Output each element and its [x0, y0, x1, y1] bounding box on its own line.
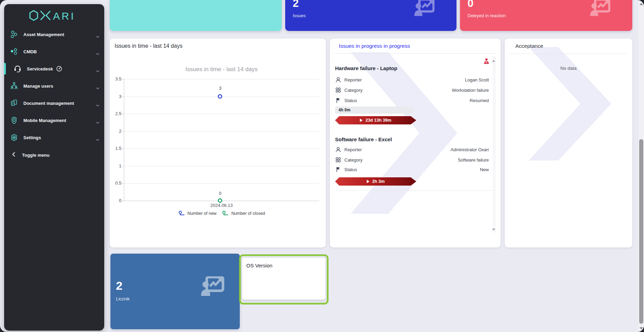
y-tick-label: 3.5 [110, 76, 121, 81]
field-value: Resumed [470, 98, 489, 103]
legend-marker-new [178, 211, 185, 216]
data-point-label-new: 3 [216, 86, 224, 91]
active-indicator [4, 63, 6, 75]
data-point-label-closed: 0 [216, 191, 224, 196]
chevron-down-icon [96, 136, 99, 143]
field-value: Logan Scott [465, 77, 489, 82]
sidebar-item-cmdb[interactable]: CMDB [4, 43, 104, 60]
issue-row-reporter: Reporter Administrator Oxari [335, 145, 489, 154]
field-label: Status [344, 167, 357, 172]
chevron-down-icon [96, 68, 99, 74]
app-root: ARI OXARI Asset Management [0, 0, 644, 332]
elapsed-time-bar: 23d 13h 39m [335, 116, 416, 124]
person-chart-icon [590, 0, 610, 16]
x-tick-label: 2024.06.13 [124, 203, 319, 208]
stat-card-issues[interactable]: 2 Issues [285, 0, 457, 31]
sidebar-item-mobile-management[interactable]: Mobile Management [4, 112, 104, 129]
sidebar-menu: Asset Management CMDB [4, 26, 104, 146]
documents-icon [10, 99, 19, 107]
elapsed-time-value: 23d 13h 39m [365, 118, 391, 123]
page-scrollbar[interactable] [638, 0, 644, 332]
stat-card-delayed[interactable]: 0 Deleyed in reaction [460, 0, 632, 31]
card-title: Acceptance [515, 43, 543, 49]
chevron-down-icon [96, 119, 99, 125]
issue-title: Hardware failure - Laptop [335, 65, 397, 71]
legend-label: Number of closed [231, 211, 265, 216]
card-title: Issues in progress in progress [339, 43, 410, 49]
issues-in-time-card: Issues in time - last 14 days Issues in … [110, 38, 326, 247]
field-value: Administrator Oxari [451, 147, 489, 152]
issue-title: Software failure - Excel [335, 136, 392, 142]
legend-item-closed: Number of closed [222, 211, 265, 216]
issue-row-status: Status New [335, 165, 489, 174]
stat-card-teal[interactable] [110, 0, 282, 31]
nodes-icon [10, 47, 19, 56]
data-point-closed [218, 198, 222, 203]
sidebar-item-asset-management[interactable]: Asset Management [4, 26, 104, 43]
y-axis-line [124, 79, 124, 201]
sidebar-item-label: Settings [23, 135, 41, 140]
waiting-time-bar: 4h 0m [335, 107, 415, 114]
issue-row-category: Category Workstation failure [335, 85, 489, 95]
sidebar-item-manage-users[interactable]: Manage users [4, 77, 104, 95]
y-tick-label: 3 [110, 94, 121, 99]
divider [334, 190, 493, 191]
field-value: Software failure [458, 157, 489, 163]
card-scrollbar[interactable] [493, 57, 496, 233]
gauge-icon [56, 66, 62, 72]
sidebar-item-document-management[interactable]: Document management [4, 95, 104, 112]
field-value: New [480, 167, 489, 172]
dashboard-surface: ARI OXARI Asset Management [0, 0, 644, 332]
scroll-down-icon[interactable] [640, 327, 643, 330]
no-data-text: No data [505, 66, 632, 71]
stat-card-licznik[interactable]: 2 Licznik [110, 254, 240, 329]
field-label: Status [344, 98, 357, 103]
stat-label: Issues [293, 13, 306, 18]
y-tick-label: 2 [110, 129, 121, 134]
sidebar-item-label: Mobile Management [23, 118, 66, 123]
category-icon [335, 87, 341, 93]
sidebar-item-label: Asset Management [23, 32, 64, 37]
sidebar-item-servicedesk[interactable]: Servicedesk [4, 60, 104, 77]
svg-text:ARI: ARI [53, 10, 75, 22]
stat-value: 2 [116, 279, 122, 292]
sidebar-item-label: Document management [23, 101, 74, 106]
person-chart-icon [414, 0, 434, 16]
card-title: Issues in time - last 14 days [115, 43, 182, 49]
scrollbar-thumb[interactable] [639, 139, 643, 324]
field-label: Category [344, 88, 363, 93]
mobile-icon [10, 116, 19, 124]
issue-row-reporter: Reporter Logan Scott [335, 75, 489, 85]
play-icon [360, 119, 363, 122]
legend-label: Number of new [187, 211, 217, 216]
chevron-down-icon [96, 102, 99, 108]
stat-label: Licznik [116, 296, 130, 301]
sidebar-item-settings[interactable]: Settings [4, 129, 104, 146]
headset-icon [13, 65, 22, 73]
y-tick-label: 0.5 [110, 180, 121, 186]
gridline [124, 131, 319, 132]
elapsed-time-bar: 2h 3m [335, 177, 416, 186]
legend-item-new: Number of new [178, 211, 217, 216]
scroll-down-icon[interactable] [492, 229, 495, 231]
flag-icon [335, 166, 341, 173]
person-icon [335, 77, 341, 83]
field-label: Reporter [344, 147, 362, 152]
person-icon [335, 147, 341, 153]
data-point-new [218, 94, 222, 99]
issue-row-category: Category Software failure [335, 155, 489, 165]
field-value: Workstation failure [452, 88, 489, 93]
scroll-up-icon[interactable] [640, 3, 643, 5]
os-version-card[interactable]: OS Version [242, 258, 325, 300]
toggle-menu-button[interactable]: Toggle menu [4, 148, 104, 162]
person-chart-icon [200, 276, 225, 296]
plot-title: Issues in time - last 14 days [124, 66, 319, 73]
flag-icon [335, 97, 341, 103]
gridline [124, 148, 319, 149]
gridline [124, 114, 319, 114]
scroll-up-icon[interactable] [492, 60, 495, 62]
hexagons-icon [10, 30, 19, 38]
sidebar-item-label: Servicedesk [27, 66, 53, 71]
divider [509, 54, 627, 54]
issues-in-progress-card: Issues in progress in progress Hardware … [330, 38, 501, 247]
